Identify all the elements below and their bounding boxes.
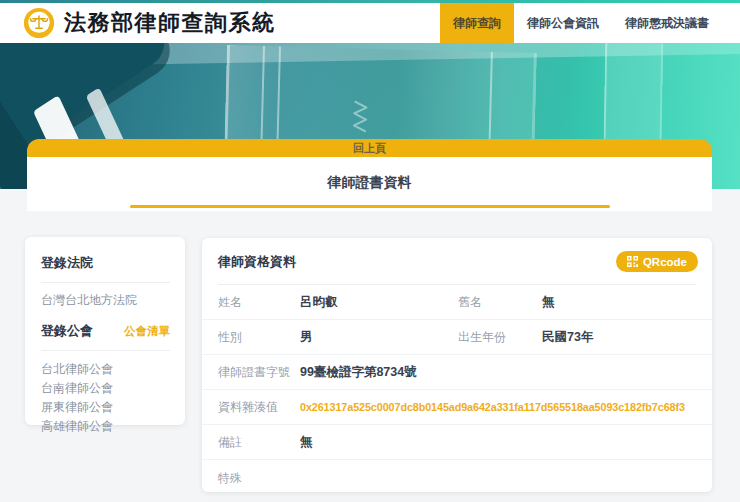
association-list-link[interactable]: 公會清單: [124, 324, 170, 339]
detail-row-certificate: 律師證書字號 99臺檢證字第8734號: [202, 355, 712, 390]
back-button-label: 回上頁: [353, 141, 386, 156]
field-label-special: 特殊: [218, 470, 300, 487]
moj-emblem-icon: [22, 6, 56, 40]
field-value-gender: 男: [300, 329, 458, 346]
field-label-certificate-number: 律師證書字號: [218, 364, 300, 381]
field-value-certificate-number: 99臺檢證字第8734號: [300, 364, 696, 381]
detail-row-hash: 資料雜湊值 0x261317a525c0007dc8b0145ad9a642a3…: [202, 390, 712, 425]
page-title-band: 律師證書資料: [27, 157, 712, 211]
nav-tab-bar-association-info[interactable]: 律師公會資訊: [514, 3, 612, 43]
association-item: 台北律師公會: [41, 360, 170, 379]
detail-row-name: 姓名 呂昀叡 舊名 無: [202, 285, 712, 320]
registration-panel: 登錄法院 台灣台北地方法院 登錄公會 公會清單 台北律師公會 台南律師公會 屏東…: [25, 237, 185, 425]
association-list: 台北律師公會 台南律師公會 屏東律師公會 高雄律師公會: [41, 360, 170, 436]
field-value-birth-year: 民國73年: [542, 329, 696, 346]
field-value-data-hash[interactable]: 0x261317a525c0007dc8b0145ad9a642a331fa11…: [300, 401, 696, 413]
field-label-birth-year: 出生年份: [458, 329, 542, 346]
detail-row-special: 特殊: [202, 460, 712, 502]
association-item: 台南律師公會: [41, 379, 170, 398]
qrcode-button-label: QRcode: [643, 256, 687, 268]
lawyer-qualification-panel: 律師資格資料 QRcode 姓名 呂昀叡 舊名 無 性別: [202, 238, 712, 492]
qrcode-icon: [627, 256, 638, 267]
title-underline: [130, 205, 610, 208]
qrcode-button[interactable]: QRcode: [616, 251, 698, 272]
back-button[interactable]: 回上頁: [27, 139, 712, 157]
book-spine-marking: [353, 100, 368, 134]
association-item: 高雄律師公會: [41, 417, 170, 436]
detail-row-remarks: 備註 無: [202, 425, 712, 460]
court-heading: 登錄法院: [41, 254, 170, 272]
page-title: 律師證書資料: [27, 174, 712, 192]
field-value-remarks: 無: [300, 434, 696, 451]
nav-tab-disciplinary-decisions[interactable]: 律師懲戒決議書: [612, 3, 722, 43]
field-label-name: 姓名: [218, 294, 300, 311]
divider: [41, 350, 170, 351]
field-label-remarks: 備註: [218, 434, 300, 451]
detail-row-gender: 性別 男 出生年份 民國73年: [202, 320, 712, 355]
divider: [41, 282, 170, 283]
main-nav: 律師查詢 律師公會資訊 律師懲戒決議書: [440, 3, 722, 43]
court-name: 台灣台北地方法院: [41, 292, 170, 309]
brand-title: 法務部律師查詢系統: [64, 8, 276, 38]
field-label-data-hash: 資料雜湊值: [218, 399, 300, 416]
field-value-old-name: 無: [542, 294, 696, 311]
section-heading: 律師資格資料: [218, 253, 296, 271]
association-item: 屏東律師公會: [41, 398, 170, 417]
field-label-gender: 性別: [218, 329, 300, 346]
field-label-old-name: 舊名: [458, 294, 542, 311]
page-title-card: 回上頁 律師證書資料: [27, 139, 712, 211]
brand-home-link[interactable]: 法務部律師查詢系統: [22, 5, 276, 41]
association-heading: 登錄公會: [41, 322, 93, 340]
app-header: 法務部律師查詢系統 律師查詢 律師公會資訊 律師懲戒決議書: [0, 3, 740, 43]
field-value-name: 呂昀叡: [300, 294, 458, 311]
nav-tab-lawyer-search[interactable]: 律師查詢: [440, 3, 514, 43]
